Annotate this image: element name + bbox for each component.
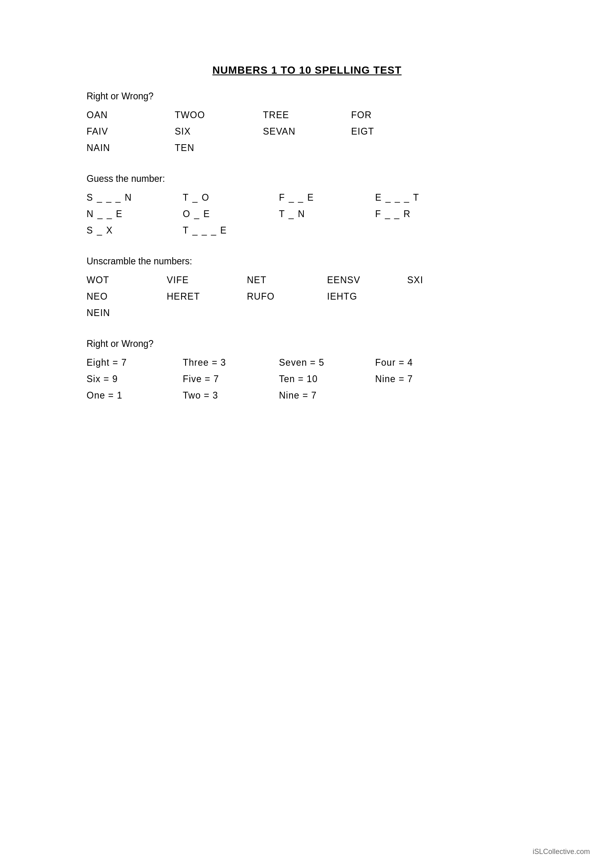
list-item: SIX	[175, 126, 263, 137]
list-item: NET	[247, 275, 327, 286]
table-row: Eight = 7 Three = 3 Seven = 5 Four = 4	[87, 357, 527, 368]
list-item: WOT	[87, 275, 167, 286]
list-item: RUFO	[247, 291, 327, 302]
list-item: Nine = 7	[375, 374, 471, 385]
list-item: Two = 3	[183, 390, 279, 401]
table-row: NEO HERET RUFO IEHTG	[87, 291, 527, 302]
list-item	[279, 225, 375, 236]
section-unscramble: Unscramble the numbers: WOT VIFE NET EEN…	[87, 256, 527, 318]
list-item: Four = 4	[375, 357, 471, 368]
list-item	[375, 390, 471, 401]
list-item: VIFE	[167, 275, 247, 286]
list-item: F _ _ E	[279, 192, 375, 203]
list-item: T _ N	[279, 209, 375, 220]
list-item	[407, 291, 487, 302]
section-guess-the-number: Guess the number: S _ _ _ N T _ O F _ _ …	[87, 173, 527, 236]
list-item: NAIN	[87, 143, 175, 153]
table-row: WOT VIFE NET EENSV SXI	[87, 275, 527, 286]
list-item: IEHTG	[327, 291, 407, 302]
section-label-guess: Guess the number:	[87, 173, 527, 184]
section-right-or-wrong-top: Right or Wrong? OAN TWOO TREE FOR FAIV S…	[87, 91, 527, 153]
list-item: TREE	[263, 110, 351, 121]
list-item: One = 1	[87, 390, 183, 401]
list-item: Ten = 10	[279, 374, 375, 385]
list-item	[263, 143, 351, 153]
list-item: Eight = 7	[87, 357, 183, 368]
list-item: O _ E	[183, 209, 279, 220]
list-item: F _ _ R	[375, 209, 471, 220]
list-item: Seven = 5	[279, 357, 375, 368]
list-item: Three = 3	[183, 357, 279, 368]
list-item	[351, 143, 439, 153]
list-item: T _ _ _ E	[183, 225, 279, 236]
list-item	[167, 308, 247, 318]
list-item: Nine = 7	[279, 390, 375, 401]
list-item: S _ X	[87, 225, 183, 236]
table-row: N _ _ E O _ E T _ N F _ _ R	[87, 209, 527, 220]
list-item	[375, 225, 471, 236]
list-item: SXI	[407, 275, 487, 286]
section-label-ror-top: Right or Wrong?	[87, 91, 527, 102]
list-item: Five = 7	[183, 374, 279, 385]
list-item: FOR	[351, 110, 439, 121]
list-item: Six = 9	[87, 374, 183, 385]
list-item: E _ _ _ T	[375, 192, 471, 203]
table-row: OAN TWOO TREE FOR	[87, 110, 527, 121]
table-row: One = 1 Two = 3 Nine = 7	[87, 390, 527, 401]
table-row: S _ X T _ _ _ E	[87, 225, 527, 236]
page-container: NUMBERS 1 TO 10 SPELLING TEST Right or W…	[87, 0, 527, 453]
list-item: HERET	[167, 291, 247, 302]
list-item: TWOO	[175, 110, 263, 121]
table-row: FAIV SIX SEVAN EIGT	[87, 126, 527, 137]
list-item: OAN	[87, 110, 175, 121]
list-item: FAIV	[87, 126, 175, 137]
table-row: NEIN	[87, 308, 527, 318]
table-row: S _ _ _ N T _ O F _ _ E E _ _ _ T	[87, 192, 527, 203]
section-label-ror-bottom: Right or Wrong?	[87, 338, 527, 349]
list-item: EIGT	[351, 126, 439, 137]
list-item: TEN	[175, 143, 263, 153]
list-item: T _ O	[183, 192, 279, 203]
page-title: NUMBERS 1 TO 10 SPELLING TEST	[87, 64, 527, 77]
list-item: S _ _ _ N	[87, 192, 183, 203]
section-label-unscramble: Unscramble the numbers:	[87, 256, 527, 267]
table-row: Six = 9 Five = 7 Ten = 10 Nine = 7	[87, 374, 527, 385]
list-item: SEVAN	[263, 126, 351, 137]
list-item: NEIN	[87, 308, 167, 318]
section-right-or-wrong-bottom: Right or Wrong? Eight = 7 Three = 3 Seve…	[87, 338, 527, 401]
table-row: NAIN TEN	[87, 143, 527, 153]
list-item	[407, 308, 487, 318]
list-item: NEO	[87, 291, 167, 302]
footer-credit: iSLCollective.com	[533, 848, 590, 856]
list-item: N _ _ E	[87, 209, 183, 220]
list-item	[247, 308, 327, 318]
list-item	[327, 308, 407, 318]
list-item: EENSV	[327, 275, 407, 286]
